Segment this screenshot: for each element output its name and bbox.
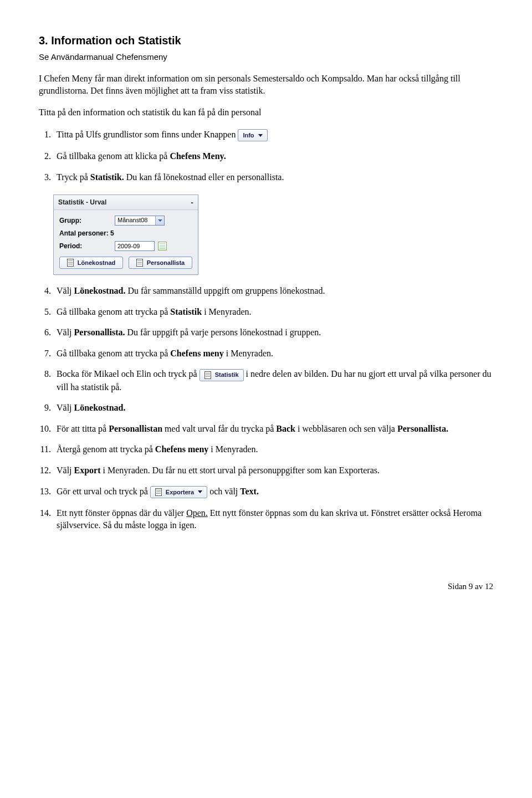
step-text: Välj xyxy=(57,328,74,337)
step-text: Du får uppgift på varje persons lönekost… xyxy=(125,328,321,337)
chevron-down-icon xyxy=(155,216,164,225)
step-text: Gå tillbaka genom att trycka på xyxy=(57,349,170,358)
step-text: i Menyraden. xyxy=(202,307,251,316)
step-bold: Statistik xyxy=(170,307,202,316)
step-bold: Statistik. xyxy=(90,172,124,182)
minimize-icon[interactable]: - xyxy=(191,200,193,205)
step-9: Välj Lönekostnad. xyxy=(53,402,493,414)
step-13: Gör ett urval och tryck på Exportera och… xyxy=(53,485,493,498)
panel-body: Grupp: Månanst08 Antal personer: 5 Perio… xyxy=(54,210,198,274)
step-14: Ett nytt fönster öppnas där du väljer Op… xyxy=(53,507,493,531)
step-text: Gå tillbaka genom att klicka på xyxy=(57,151,170,161)
lonekostnad-label: Lönekostnad xyxy=(78,259,115,267)
document-icon xyxy=(155,488,162,496)
step-underline: Open. xyxy=(186,508,208,518)
step-10: För att titta på Personallistan med valt… xyxy=(53,423,493,435)
step-text: Du kan få lönekostnad eller en personall… xyxy=(124,172,284,182)
step-5: Gå tillbaka genom att trycka på Statisti… xyxy=(53,306,493,318)
step-text: och välj xyxy=(209,487,240,496)
statistik-label: Statistik xyxy=(215,371,239,379)
section-heading: 3. Information och Statistik xyxy=(39,33,493,48)
step-11: Återgå genom att trycka på Chefens meny … xyxy=(53,443,493,456)
intro-paragraph-2: Titta på den information och statistik d… xyxy=(39,106,493,119)
step-bold: Export xyxy=(74,466,101,475)
step-text: i Menyraden. xyxy=(224,349,273,358)
step-text: Välj xyxy=(57,466,74,475)
instruction-list-continued: Välj Lönekostnad. Du får sammanställd up… xyxy=(39,285,493,531)
period-row: Period: 2009-09 xyxy=(59,241,192,251)
grupp-select[interactable]: Månanst08 xyxy=(115,216,165,226)
step-bold: Back xyxy=(276,424,295,433)
period-label: Period: xyxy=(59,242,115,250)
exportera-button[interactable]: Exportera xyxy=(150,486,207,498)
step-8: Bocka för Mikael och Elin och tryck på S… xyxy=(53,368,493,393)
step-12: Välj Export i Menyraden. Du får nu ett s… xyxy=(53,464,493,477)
chevron-down-icon xyxy=(258,134,263,137)
intro-paragraph-1: I Chefen Meny får man direkt information… xyxy=(39,73,493,96)
step-text: För att titta på xyxy=(57,424,109,433)
sub-heading: Se Användarmanual Chefensmeny xyxy=(39,52,493,63)
grupp-value: Månanst08 xyxy=(117,216,147,224)
statistik-button[interactable]: Statistik xyxy=(200,369,244,381)
period-input[interactable]: 2009-09 xyxy=(115,241,155,251)
step-bold: Personallista. xyxy=(74,328,125,337)
lonekostnad-button[interactable]: Lönekostnad xyxy=(59,257,123,269)
step-text: Bocka för Mikael och Elin och tryck på xyxy=(57,369,200,378)
info-button-label: Info xyxy=(243,131,254,140)
personallista-button[interactable]: Personallista xyxy=(129,257,192,269)
step-7: Gå tillbaka genom att trycka på Chefens … xyxy=(53,347,493,360)
panel-title-text: Statistik - Urval xyxy=(58,198,106,207)
step-text: i Menyraden. xyxy=(208,444,258,454)
instruction-list: Titta på Ulfs grundlistor som finns unde… xyxy=(39,129,493,183)
step-6: Välj Personallista. Du får uppgift på va… xyxy=(53,326,493,339)
step-bold: Lönekostnad. xyxy=(74,403,126,412)
step-bold: Text. xyxy=(240,487,259,496)
step-2: Gå tillbaka genom att klicka på Chefens … xyxy=(53,150,493,162)
document-icon xyxy=(67,259,74,267)
step-text: Titta på Ulfs grundlistor som finns unde… xyxy=(57,130,238,139)
step-bold: Personallistan xyxy=(109,424,162,433)
step-text: i Menyraden. Du får nu ett stort urval p… xyxy=(101,466,380,475)
grupp-label: Grupp: xyxy=(59,216,115,225)
step-text: Återgå genom att trycka på xyxy=(57,444,155,454)
grupp-row: Grupp: Månanst08 xyxy=(59,216,192,226)
step-text: i webbläsaren och sen välja xyxy=(295,424,397,433)
step-bold: Chefens meny xyxy=(170,349,223,358)
step-text: Gör ett urval och tryck på xyxy=(57,487,150,496)
step-text: Gå tillbaka genom att trycka på xyxy=(57,307,170,316)
panel-button-row: Lönekostnad Personallista xyxy=(59,257,192,269)
antal-row: Antal personer: 5 xyxy=(59,229,192,238)
personallista-label: Personallista xyxy=(147,259,185,267)
chevron-down-icon xyxy=(198,490,202,493)
step-text: Välj xyxy=(57,286,74,295)
step-bold: Personallista. xyxy=(397,424,448,433)
panel-title-bar: Statistik - Urval - xyxy=(54,195,198,210)
step-text: Tryck på xyxy=(57,172,90,182)
step-bold: Chefens meny xyxy=(155,444,208,454)
document-icon xyxy=(136,259,143,267)
step-text: Du får sammanställd uppgift om gruppens … xyxy=(125,286,325,295)
step-1: Titta på Ulfs grundlistor som finns unde… xyxy=(53,129,493,141)
step-text: Ett nytt fönster öppnas där du väljer xyxy=(57,508,186,518)
page-footer: Sidan 9 av 12 xyxy=(39,581,493,592)
step-3: Tryck på Statistik. Du kan få lönekostna… xyxy=(53,171,493,183)
statistik-urval-panel: Statistik - Urval - Grupp: Månanst08 Ant… xyxy=(53,195,198,275)
step-text: med valt urval får du trycka på xyxy=(162,424,276,433)
calendar-icon[interactable] xyxy=(158,242,167,250)
step-4: Välj Lönekostnad. Du får sammanställd up… xyxy=(53,285,493,297)
step-bold: Chefens Meny. xyxy=(170,151,226,161)
step-text: Välj xyxy=(57,403,74,412)
document-icon xyxy=(204,371,211,379)
info-button[interactable]: Info xyxy=(238,129,267,141)
antal-label: Antal personer: 5 xyxy=(59,229,114,238)
exportera-label: Exportera xyxy=(166,488,194,497)
step-bold: Lönekostnad. xyxy=(74,286,126,295)
